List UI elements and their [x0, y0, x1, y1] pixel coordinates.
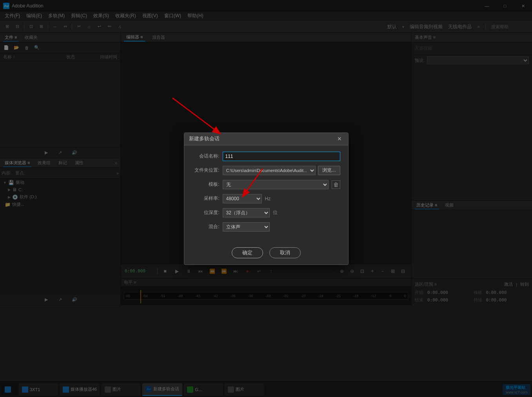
session-name-row: 会话名称: — [192, 152, 340, 161]
dialog-body: 会话名称: 文件夹位置: C:\Users\admin\Documents\Ad… — [184, 145, 348, 243]
folder-path-select[interactable]: C:\Users\admin\Documents\Adobe\Audit... — [223, 166, 316, 175]
bit-depth-label: 位深度: — [192, 209, 220, 216]
folder-label: 文件夹位置: — [192, 167, 220, 174]
template-delete-btn[interactable]: 🗑 — [332, 180, 340, 189]
hz-unit: Hz — [265, 196, 273, 201]
dialog-footer: 确定 取消 — [184, 243, 348, 265]
folder-row: 文件夹位置: C:\Users\admin\Documents\Adobe\Au… — [192, 166, 340, 175]
ok-button[interactable]: 确定 — [232, 247, 263, 258]
sample-rate-row: 采样率: 48000 44100 96000 Hz — [192, 194, 340, 203]
svg-line-1 — [172, 98, 220, 133]
template-row: 模板: 无 🗑 — [192, 180, 340, 189]
sample-rate-select[interactable]: 48000 44100 96000 — [223, 194, 262, 203]
folder-path-row: C:\Users\admin\Documents\Adobe\Audit... … — [223, 166, 340, 175]
cancel-button[interactable]: 取消 — [269, 247, 301, 258]
mix-select[interactable]: 立体声 单声道 5.1 — [223, 222, 270, 232]
session-name-label: 会话名称: — [192, 153, 220, 160]
dialog-title-bar: 新建多轨会话 ✕ — [184, 133, 348, 145]
browse-btn[interactable]: 浏览... — [318, 166, 340, 175]
bit-depth-row: 位深度: 32（浮点） 16 24 位 — [192, 208, 340, 218]
dialog-title: 新建多轨会话 — [189, 135, 336, 142]
mix-label: 混合: — [192, 223, 220, 230]
bit-depth-select[interactable]: 32（浮点） 16 24 — [223, 208, 270, 218]
bit-unit: 位 — [273, 209, 281, 216]
template-select[interactable]: 无 — [223, 180, 329, 189]
template-label: 模板: — [192, 181, 220, 188]
mix-row: 混合: 立体声 单声道 5.1 — [192, 222, 340, 232]
dialog: 新建多轨会话 ✕ 会话名称: 文件夹位置: C:\Users\admin\Doc… — [184, 132, 349, 265]
dialog-close-btn[interactable]: ✕ — [336, 135, 343, 143]
session-name-input[interactable] — [223, 152, 340, 161]
sample-rate-label: 采样率: — [192, 195, 220, 202]
modal-overlay: 新建多轨会话 ✕ 会话名称: 文件夹位置: C:\Users\admin\Doc… — [0, 0, 532, 397]
